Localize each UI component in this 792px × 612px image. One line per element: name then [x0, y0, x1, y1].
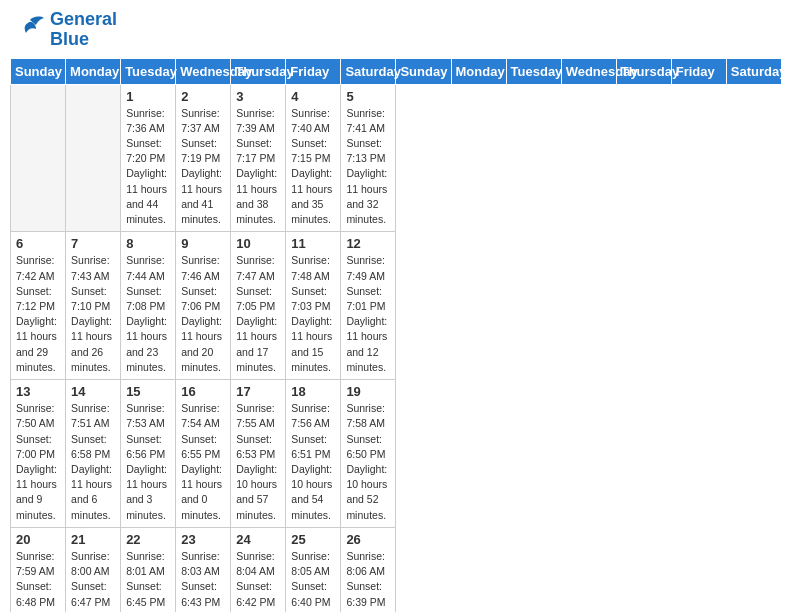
cell-info: Sunrise: 7:48 AM Sunset: 7:03 PM Dayligh… [291, 253, 335, 375]
cell-info: Sunrise: 8:04 AM Sunset: 6:42 PM Dayligh… [236, 549, 280, 612]
calendar-cell: 9Sunrise: 7:46 AM Sunset: 7:06 PM Daylig… [176, 232, 231, 380]
calendar-cell: 13Sunrise: 7:50 AM Sunset: 7:00 PM Dayli… [11, 380, 66, 528]
cell-info: Sunrise: 8:00 AM Sunset: 6:47 PM Dayligh… [71, 549, 115, 612]
calendar-cell: 2Sunrise: 7:37 AM Sunset: 7:19 PM Daylig… [176, 84, 231, 232]
calendar-cell: 17Sunrise: 7:55 AM Sunset: 6:53 PM Dayli… [231, 380, 286, 528]
day-number: 9 [181, 236, 225, 251]
header-monday: Monday [66, 58, 121, 84]
header-friday: Friday [286, 58, 341, 84]
cell-info: Sunrise: 7:53 AM Sunset: 6:56 PM Dayligh… [126, 401, 170, 523]
col-header-sunday: Sunday [396, 58, 451, 84]
calendar-cell: 25Sunrise: 8:05 AM Sunset: 6:40 PM Dayli… [286, 527, 341, 612]
col-header-thursday: Thursday [616, 58, 671, 84]
day-number: 8 [126, 236, 170, 251]
cell-info: Sunrise: 7:49 AM Sunset: 7:01 PM Dayligh… [346, 253, 390, 375]
day-number: 1 [126, 89, 170, 104]
header-tuesday: Tuesday [121, 58, 176, 84]
header-saturday: Saturday [341, 58, 396, 84]
calendar-cell [11, 84, 66, 232]
cell-info: Sunrise: 8:03 AM Sunset: 6:43 PM Dayligh… [181, 549, 225, 612]
day-number: 19 [346, 384, 390, 399]
col-header-wednesday: Wednesday [561, 58, 616, 84]
calendar-header-row: SundayMondayTuesdayWednesdayThursdayFrid… [11, 58, 782, 84]
day-number: 7 [71, 236, 115, 251]
calendar-cell: 15Sunrise: 7:53 AM Sunset: 6:56 PM Dayli… [121, 380, 176, 528]
calendar-cell: 7Sunrise: 7:43 AM Sunset: 7:10 PM Daylig… [66, 232, 121, 380]
cell-info: Sunrise: 7:47 AM Sunset: 7:05 PM Dayligh… [236, 253, 280, 375]
day-number: 12 [346, 236, 390, 251]
day-number: 24 [236, 532, 280, 547]
col-header-saturday: Saturday [726, 58, 781, 84]
calendar-cell [66, 84, 121, 232]
cell-info: Sunrise: 7:44 AM Sunset: 7:08 PM Dayligh… [126, 253, 170, 375]
col-header-friday: Friday [671, 58, 726, 84]
calendar-cell: 18Sunrise: 7:56 AM Sunset: 6:51 PM Dayli… [286, 380, 341, 528]
col-header-tuesday: Tuesday [506, 58, 561, 84]
page-header: General Blue [10, 10, 782, 50]
cell-info: Sunrise: 8:06 AM Sunset: 6:39 PM Dayligh… [346, 549, 390, 612]
calendar-cell: 26Sunrise: 8:06 AM Sunset: 6:39 PM Dayli… [341, 527, 396, 612]
calendar-cell: 4Sunrise: 7:40 AM Sunset: 7:15 PM Daylig… [286, 84, 341, 232]
day-number: 25 [291, 532, 335, 547]
header-wednesday: Wednesday [176, 58, 231, 84]
cell-info: Sunrise: 7:41 AM Sunset: 7:13 PM Dayligh… [346, 106, 390, 228]
calendar-cell: 10Sunrise: 7:47 AM Sunset: 7:05 PM Dayli… [231, 232, 286, 380]
calendar-cell: 1Sunrise: 7:36 AM Sunset: 7:20 PM Daylig… [121, 84, 176, 232]
cell-info: Sunrise: 7:55 AM Sunset: 6:53 PM Dayligh… [236, 401, 280, 523]
day-number: 23 [181, 532, 225, 547]
day-number: 22 [126, 532, 170, 547]
cell-info: Sunrise: 7:46 AM Sunset: 7:06 PM Dayligh… [181, 253, 225, 375]
day-number: 16 [181, 384, 225, 399]
calendar-cell: 19Sunrise: 7:58 AM Sunset: 6:50 PM Dayli… [341, 380, 396, 528]
day-number: 13 [16, 384, 60, 399]
calendar-cell: 12Sunrise: 7:49 AM Sunset: 7:01 PM Dayli… [341, 232, 396, 380]
week-row-4: 20Sunrise: 7:59 AM Sunset: 6:48 PM Dayli… [11, 527, 782, 612]
cell-info: Sunrise: 7:39 AM Sunset: 7:17 PM Dayligh… [236, 106, 280, 228]
cell-info: Sunrise: 7:42 AM Sunset: 7:12 PM Dayligh… [16, 253, 60, 375]
day-number: 15 [126, 384, 170, 399]
calendar-cell: 22Sunrise: 8:01 AM Sunset: 6:45 PM Dayli… [121, 527, 176, 612]
day-number: 2 [181, 89, 225, 104]
calendar-table: SundayMondayTuesdayWednesdayThursdayFrid… [10, 58, 782, 612]
logo: General Blue [10, 10, 117, 50]
day-number: 26 [346, 532, 390, 547]
day-number: 11 [291, 236, 335, 251]
day-number: 21 [71, 532, 115, 547]
calendar-cell: 14Sunrise: 7:51 AM Sunset: 6:58 PM Dayli… [66, 380, 121, 528]
cell-info: Sunrise: 8:01 AM Sunset: 6:45 PM Dayligh… [126, 549, 170, 612]
cell-info: Sunrise: 7:36 AM Sunset: 7:20 PM Dayligh… [126, 106, 170, 228]
logo-text: General Blue [50, 10, 117, 50]
day-number: 20 [16, 532, 60, 547]
logo-icon [10, 15, 46, 45]
calendar-cell: 23Sunrise: 8:03 AM Sunset: 6:43 PM Dayli… [176, 527, 231, 612]
day-number: 5 [346, 89, 390, 104]
cell-info: Sunrise: 7:37 AM Sunset: 7:19 PM Dayligh… [181, 106, 225, 228]
header-sunday: Sunday [11, 58, 66, 84]
week-row-2: 6Sunrise: 7:42 AM Sunset: 7:12 PM Daylig… [11, 232, 782, 380]
cell-info: Sunrise: 7:43 AM Sunset: 7:10 PM Dayligh… [71, 253, 115, 375]
calendar-cell: 8Sunrise: 7:44 AM Sunset: 7:08 PM Daylig… [121, 232, 176, 380]
calendar-cell: 3Sunrise: 7:39 AM Sunset: 7:17 PM Daylig… [231, 84, 286, 232]
cell-info: Sunrise: 7:50 AM Sunset: 7:00 PM Dayligh… [16, 401, 60, 523]
cell-info: Sunrise: 7:51 AM Sunset: 6:58 PM Dayligh… [71, 401, 115, 523]
day-number: 14 [71, 384, 115, 399]
cell-info: Sunrise: 7:59 AM Sunset: 6:48 PM Dayligh… [16, 549, 60, 612]
day-number: 18 [291, 384, 335, 399]
week-row-1: 1Sunrise: 7:36 AM Sunset: 7:20 PM Daylig… [11, 84, 782, 232]
week-row-3: 13Sunrise: 7:50 AM Sunset: 7:00 PM Dayli… [11, 380, 782, 528]
calendar-cell: 24Sunrise: 8:04 AM Sunset: 6:42 PM Dayli… [231, 527, 286, 612]
day-number: 4 [291, 89, 335, 104]
header-thursday: Thursday [231, 58, 286, 84]
day-number: 10 [236, 236, 280, 251]
cell-info: Sunrise: 7:58 AM Sunset: 6:50 PM Dayligh… [346, 401, 390, 523]
cell-info: Sunrise: 7:54 AM Sunset: 6:55 PM Dayligh… [181, 401, 225, 523]
calendar-cell: 20Sunrise: 7:59 AM Sunset: 6:48 PM Dayli… [11, 527, 66, 612]
cell-info: Sunrise: 7:56 AM Sunset: 6:51 PM Dayligh… [291, 401, 335, 523]
calendar-cell: 6Sunrise: 7:42 AM Sunset: 7:12 PM Daylig… [11, 232, 66, 380]
col-header-monday: Monday [451, 58, 506, 84]
day-number: 6 [16, 236, 60, 251]
day-number: 3 [236, 89, 280, 104]
calendar-cell: 11Sunrise: 7:48 AM Sunset: 7:03 PM Dayli… [286, 232, 341, 380]
cell-info: Sunrise: 7:40 AM Sunset: 7:15 PM Dayligh… [291, 106, 335, 228]
calendar-cell: 16Sunrise: 7:54 AM Sunset: 6:55 PM Dayli… [176, 380, 231, 528]
